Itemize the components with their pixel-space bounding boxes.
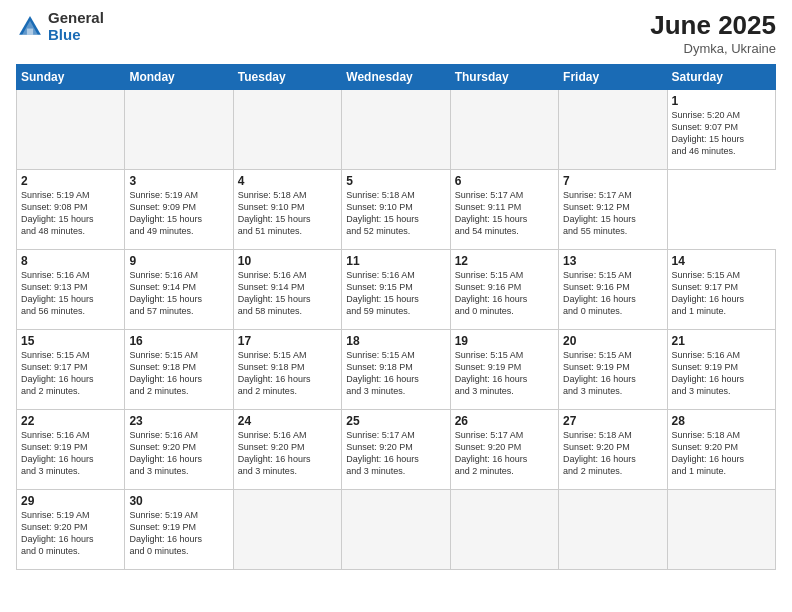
- day-number: 14: [672, 254, 771, 268]
- day-info: Sunrise: 5:19 AMSunset: 9:19 PMDaylight:…: [129, 509, 228, 558]
- calendar-week-row: 2Sunrise: 5:19 AMSunset: 9:08 PMDaylight…: [17, 170, 776, 250]
- calendar-day-cell: 17Sunrise: 5:15 AMSunset: 9:18 PMDayligh…: [233, 330, 341, 410]
- calendar-day-cell: 18Sunrise: 5:15 AMSunset: 9:18 PMDayligh…: [342, 330, 450, 410]
- day-info: Sunrise: 5:18 AMSunset: 9:10 PMDaylight:…: [346, 189, 445, 238]
- calendar-day-cell: 23Sunrise: 5:16 AMSunset: 9:20 PMDayligh…: [125, 410, 233, 490]
- page: General Blue June 2025 Dymka, Ukraine Su…: [0, 0, 792, 612]
- calendar-day-cell: [125, 90, 233, 170]
- calendar-day-cell: [559, 490, 667, 570]
- calendar-day-cell: 2Sunrise: 5:19 AMSunset: 9:08 PMDaylight…: [17, 170, 125, 250]
- day-number: 18: [346, 334, 445, 348]
- day-info: Sunrise: 5:20 AMSunset: 9:07 PMDaylight:…: [672, 109, 771, 158]
- day-number: 3: [129, 174, 228, 188]
- calendar-day-header: Tuesday: [233, 65, 341, 90]
- day-number: 2: [21, 174, 120, 188]
- calendar-day-cell: 22Sunrise: 5:16 AMSunset: 9:19 PMDayligh…: [17, 410, 125, 490]
- calendar-day-cell: [342, 90, 450, 170]
- day-info: Sunrise: 5:18 AMSunset: 9:20 PMDaylight:…: [672, 429, 771, 478]
- day-number: 9: [129, 254, 228, 268]
- day-info: Sunrise: 5:16 AMSunset: 9:20 PMDaylight:…: [238, 429, 337, 478]
- day-number: 5: [346, 174, 445, 188]
- day-number: 27: [563, 414, 662, 428]
- day-number: 30: [129, 494, 228, 508]
- day-number: 23: [129, 414, 228, 428]
- calendar-day-cell: 20Sunrise: 5:15 AMSunset: 9:19 PMDayligh…: [559, 330, 667, 410]
- calendar-day-cell: 26Sunrise: 5:17 AMSunset: 9:20 PMDayligh…: [450, 410, 558, 490]
- calendar-day-cell: 19Sunrise: 5:15 AMSunset: 9:19 PMDayligh…: [450, 330, 558, 410]
- day-info: Sunrise: 5:17 AMSunset: 9:20 PMDaylight:…: [346, 429, 445, 478]
- title-block: June 2025 Dymka, Ukraine: [650, 10, 776, 56]
- day-number: 13: [563, 254, 662, 268]
- day-number: 4: [238, 174, 337, 188]
- day-number: 20: [563, 334, 662, 348]
- svg-rect-2: [27, 28, 33, 34]
- logo-text: General Blue: [48, 10, 104, 43]
- day-info: Sunrise: 5:16 AMSunset: 9:19 PMDaylight:…: [672, 349, 771, 398]
- calendar-week-row: 8Sunrise: 5:16 AMSunset: 9:13 PMDaylight…: [17, 250, 776, 330]
- calendar-day-cell: 28Sunrise: 5:18 AMSunset: 9:20 PMDayligh…: [667, 410, 775, 490]
- day-info: Sunrise: 5:16 AMSunset: 9:20 PMDaylight:…: [129, 429, 228, 478]
- day-number: 8: [21, 254, 120, 268]
- day-info: Sunrise: 5:19 AMSunset: 9:20 PMDaylight:…: [21, 509, 120, 558]
- day-info: Sunrise: 5:17 AMSunset: 9:20 PMDaylight:…: [455, 429, 554, 478]
- day-number: 22: [21, 414, 120, 428]
- day-number: 12: [455, 254, 554, 268]
- day-number: 21: [672, 334, 771, 348]
- day-number: 15: [21, 334, 120, 348]
- logo-blue-text: Blue: [48, 26, 81, 43]
- calendar-subtitle: Dymka, Ukraine: [650, 41, 776, 56]
- day-info: Sunrise: 5:15 AMSunset: 9:16 PMDaylight:…: [563, 269, 662, 318]
- day-info: Sunrise: 5:16 AMSunset: 9:13 PMDaylight:…: [21, 269, 120, 318]
- day-number: 26: [455, 414, 554, 428]
- day-info: Sunrise: 5:17 AMSunset: 9:12 PMDaylight:…: [563, 189, 662, 238]
- header: General Blue June 2025 Dymka, Ukraine: [16, 10, 776, 56]
- day-info: Sunrise: 5:18 AMSunset: 9:20 PMDaylight:…: [563, 429, 662, 478]
- day-info: Sunrise: 5:16 AMSunset: 9:15 PMDaylight:…: [346, 269, 445, 318]
- calendar-day-cell: 16Sunrise: 5:15 AMSunset: 9:18 PMDayligh…: [125, 330, 233, 410]
- day-number: 6: [455, 174, 554, 188]
- calendar-day-header: Sunday: [17, 65, 125, 90]
- calendar-title: June 2025: [650, 10, 776, 41]
- calendar-day-cell: 24Sunrise: 5:16 AMSunset: 9:20 PMDayligh…: [233, 410, 341, 490]
- day-info: Sunrise: 5:15 AMSunset: 9:18 PMDaylight:…: [346, 349, 445, 398]
- calendar-day-header: Saturday: [667, 65, 775, 90]
- calendar-week-row: 15Sunrise: 5:15 AMSunset: 9:17 PMDayligh…: [17, 330, 776, 410]
- calendar-day-cell: 10Sunrise: 5:16 AMSunset: 9:14 PMDayligh…: [233, 250, 341, 330]
- calendar-week-row: 1Sunrise: 5:20 AMSunset: 9:07 PMDaylight…: [17, 90, 776, 170]
- calendar-day-cell: 6Sunrise: 5:17 AMSunset: 9:11 PMDaylight…: [450, 170, 558, 250]
- day-info: Sunrise: 5:15 AMSunset: 9:17 PMDaylight:…: [672, 269, 771, 318]
- day-number: 1: [672, 94, 771, 108]
- day-info: Sunrise: 5:15 AMSunset: 9:19 PMDaylight:…: [455, 349, 554, 398]
- day-info: Sunrise: 5:15 AMSunset: 9:17 PMDaylight:…: [21, 349, 120, 398]
- calendar-day-cell: 1Sunrise: 5:20 AMSunset: 9:07 PMDaylight…: [667, 90, 775, 170]
- day-info: Sunrise: 5:17 AMSunset: 9:11 PMDaylight:…: [455, 189, 554, 238]
- logo-icon: [16, 13, 44, 41]
- calendar-day-header: Thursday: [450, 65, 558, 90]
- day-number: 11: [346, 254, 445, 268]
- calendar-day-cell: [559, 90, 667, 170]
- day-info: Sunrise: 5:15 AMSunset: 9:18 PMDaylight:…: [238, 349, 337, 398]
- day-number: 28: [672, 414, 771, 428]
- day-number: 19: [455, 334, 554, 348]
- day-number: 7: [563, 174, 662, 188]
- day-number: 17: [238, 334, 337, 348]
- calendar-day-cell: 15Sunrise: 5:15 AMSunset: 9:17 PMDayligh…: [17, 330, 125, 410]
- calendar-day-cell: [233, 90, 341, 170]
- calendar-table: SundayMondayTuesdayWednesdayThursdayFrid…: [16, 64, 776, 570]
- day-info: Sunrise: 5:19 AMSunset: 9:08 PMDaylight:…: [21, 189, 120, 238]
- calendar-day-header: Wednesday: [342, 65, 450, 90]
- calendar-day-cell: [17, 90, 125, 170]
- calendar-day-cell: 25Sunrise: 5:17 AMSunset: 9:20 PMDayligh…: [342, 410, 450, 490]
- day-info: Sunrise: 5:16 AMSunset: 9:14 PMDaylight:…: [129, 269, 228, 318]
- calendar-header: SundayMondayTuesdayWednesdayThursdayFrid…: [17, 65, 776, 90]
- calendar-day-cell: 3Sunrise: 5:19 AMSunset: 9:09 PMDaylight…: [125, 170, 233, 250]
- day-info: Sunrise: 5:18 AMSunset: 9:10 PMDaylight:…: [238, 189, 337, 238]
- calendar-day-cell: [667, 490, 775, 570]
- day-info: Sunrise: 5:16 AMSunset: 9:19 PMDaylight:…: [21, 429, 120, 478]
- day-info: Sunrise: 5:19 AMSunset: 9:09 PMDaylight:…: [129, 189, 228, 238]
- calendar-day-cell: 12Sunrise: 5:15 AMSunset: 9:16 PMDayligh…: [450, 250, 558, 330]
- calendar-header-row: SundayMondayTuesdayWednesdayThursdayFrid…: [17, 65, 776, 90]
- day-number: 10: [238, 254, 337, 268]
- day-info: Sunrise: 5:15 AMSunset: 9:19 PMDaylight:…: [563, 349, 662, 398]
- day-info: Sunrise: 5:15 AMSunset: 9:16 PMDaylight:…: [455, 269, 554, 318]
